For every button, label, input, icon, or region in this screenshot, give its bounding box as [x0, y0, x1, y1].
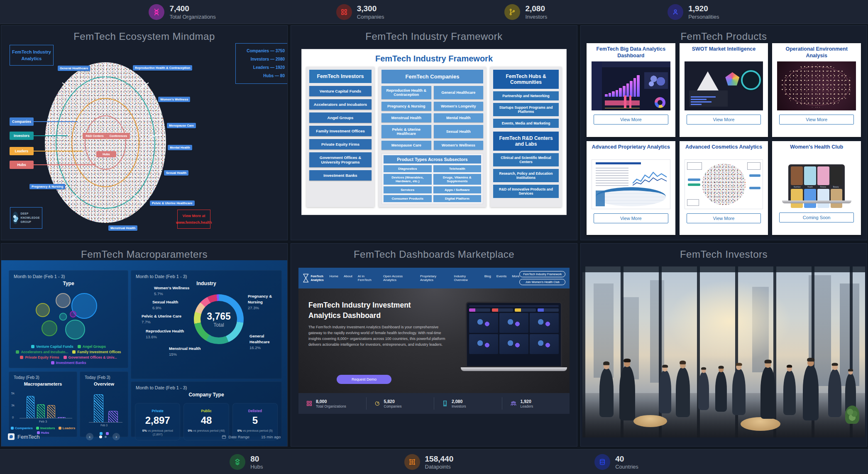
view-more-line1: View More at	[183, 213, 205, 219]
date-range-control[interactable]: Date Range	[228, 435, 249, 439]
person-silhouette	[659, 370, 671, 413]
person-silhouette	[783, 370, 796, 415]
bar-1	[94, 394, 103, 422]
framework-item: Mental Health	[434, 113, 484, 122]
stat-datapoints: 158,440 Datapoints	[404, 454, 454, 470]
carousel-prev-button[interactable]: ‹	[86, 433, 93, 440]
nav-link-industry[interactable]: Industry Overview	[454, 274, 479, 282]
site-navbar: FemTechAnalytics Home About AI in FemTec…	[298, 268, 570, 288]
nav-link-home[interactable]: Home	[330, 274, 338, 282]
site-hero: FemTech Industry InvestmentAnalytics Das…	[298, 288, 570, 393]
nav-links: Home About AI in FemTech Open Access Ana…	[330, 274, 520, 282]
period-label: Month to Date (Feb 1 - 3)	[9, 270, 128, 279]
carousel-dot-active[interactable]	[99, 435, 102, 438]
framework-item: Services	[384, 186, 432, 193]
framework-item: Events, Media and Marketing	[493, 119, 559, 128]
side-label-leaders: Leaders	[10, 147, 34, 155]
sector-chip: General Healthcare	[58, 66, 90, 71]
whc-category: Fitness	[817, 186, 829, 188]
framework-item: Startups Support Programs and Platforms	[493, 103, 559, 116]
framework-companies-header: FemTech Companies	[381, 70, 483, 83]
calendar-icon	[222, 435, 226, 439]
carousel-next-button[interactable]: ›	[112, 433, 120, 440]
framework-item: Telehealth	[433, 165, 482, 172]
framework-pill-button[interactable]: FemTech Industry Framework	[519, 271, 565, 277]
product-types-header: Product Types Across Subsectors	[384, 155, 481, 164]
legend-item[interactable]: Accelerators and Incubato...	[16, 350, 68, 354]
donut-label: Sexual Health6.9%	[152, 299, 178, 311]
stat-value: 2,080	[525, 4, 547, 14]
stat-label: Companies	[357, 14, 384, 20]
product-card: Women's Health Club Nutrition Health Fit…	[772, 141, 861, 235]
person-silhouette	[803, 365, 819, 420]
framework-item: Digital Platform	[433, 195, 482, 202]
nav-link-proprietary[interactable]: Proprietary Analytics	[420, 274, 449, 282]
legend-item[interactable]: Government Offices & Univ...	[64, 355, 117, 359]
nav-link-blog[interactable]: Blog	[484, 274, 491, 282]
chart-title: Type	[9, 281, 128, 286]
person-silhouette	[760, 366, 775, 419]
donut-label: Menstrual Health15%	[169, 346, 201, 357]
framework-item: Menopause Care	[381, 141, 431, 150]
stat-countries: 40 Countries	[594, 454, 638, 470]
stats-line: Leaders — 1920	[239, 64, 285, 72]
view-more-button[interactable]: View More	[779, 115, 854, 125]
framework-product-types: Product Types Across Subsectors Diagnost…	[381, 153, 483, 204]
stats-line: Companies — 3750	[239, 47, 285, 55]
nav-link-about[interactable]: About	[344, 274, 352, 282]
bar-investors	[37, 404, 45, 418]
chart-title: Macroparameters	[9, 381, 77, 386]
people-icon	[510, 400, 517, 407]
period-label: Month to Date (Feb 1 - 3)	[131, 270, 282, 279]
stat-label: Investors	[525, 14, 547, 20]
sector-chip: Mental Health	[168, 145, 192, 150]
nav-link-events[interactable]: Events	[496, 274, 506, 282]
nav-link-ai[interactable]: AI in FemTech	[358, 274, 378, 282]
view-more-button[interactable]: View More	[594, 213, 668, 223]
legend-item[interactable]: Angel Groups	[78, 345, 106, 349]
legend-item[interactable]: Private Equity Firms	[20, 355, 59, 359]
view-more-button[interactable]: View More	[687, 213, 761, 223]
bubble	[70, 311, 76, 318]
stats-line: Investors — 2080	[239, 55, 285, 64]
nav-link-more[interactable]: More	[512, 274, 519, 282]
stat-value: 7,400	[169, 4, 215, 14]
stat-hubs: 80 Hubs	[230, 454, 263, 470]
laptop-image	[466, 302, 562, 371]
framework-item: Government Offices & University Programs	[309, 152, 372, 167]
person-silhouette	[828, 369, 841, 417]
product-card: SWOT Market Intelligence View More	[680, 43, 768, 137]
type-card: Month to Date (Feb 1 - 3) Type Venture C…	[9, 270, 128, 368]
join-club-pill-button[interactable]: Join Women's Health Club	[519, 279, 565, 285]
bubble	[59, 313, 67, 320]
framework-item: Women's Wellness	[434, 141, 484, 150]
product-title: FemTech Big Data Analytics Dashboard	[590, 46, 672, 60]
framework-item: Diagnostics	[384, 165, 432, 172]
request-demo-button[interactable]: Request Demo	[337, 375, 391, 384]
legend-item[interactable]: Venture Capital Funds	[31, 345, 73, 349]
nav-link-open-access[interactable]: Open Access Analytics	[383, 274, 415, 282]
view-more-link[interactable]: View More at www.femtech.health	[177, 210, 210, 229]
grid-icon	[336, 4, 352, 20]
coming-soon-button[interactable]: Coming Soon	[779, 213, 854, 222]
stat-label: Datapoints	[425, 464, 454, 470]
stat-label: Personalities	[688, 14, 719, 20]
carousel-dot[interactable]	[105, 436, 107, 438]
stat-value: 158,440	[425, 454, 454, 464]
bubble	[36, 303, 50, 317]
framework-item: Research, Policy and Education Instituti…	[493, 169, 559, 182]
product-thumbnail-collage	[685, 159, 763, 209]
industry-donut-chart: 3,765Total	[194, 294, 244, 344]
framework-item: Angel Groups	[309, 112, 372, 123]
side-label-companies: Companies	[10, 117, 34, 126]
legend-item[interactable]: Family Investment Offices	[72, 350, 121, 354]
view-more-button[interactable]: View More	[687, 115, 761, 125]
framework-item: Drugs, Vitamins & Supplements	[433, 174, 482, 185]
panel-title: FemTech Products	[581, 26, 867, 42]
legend-item[interactable]: Investment Banks	[51, 361, 86, 365]
x-label: Feb 3	[9, 420, 77, 423]
femtech-logo-icon	[8, 433, 15, 440]
sector-chip: Women's Wellness	[158, 97, 190, 102]
view-more-button[interactable]: View More	[594, 115, 668, 125]
product-thumbnail-report	[592, 159, 670, 209]
